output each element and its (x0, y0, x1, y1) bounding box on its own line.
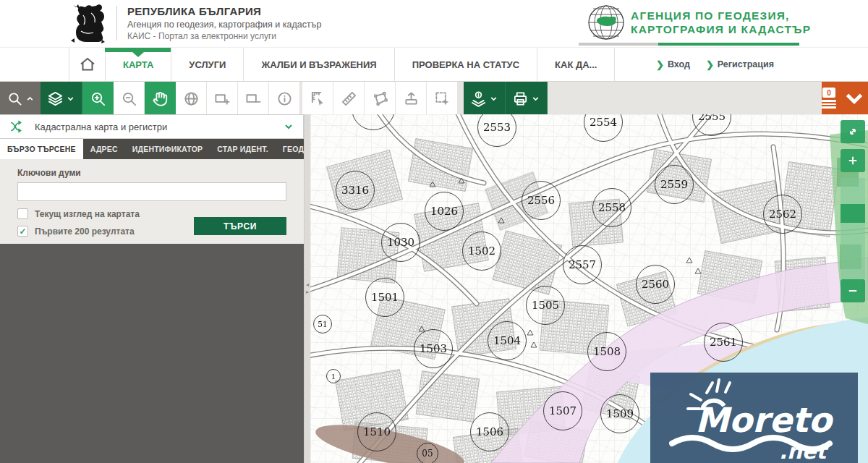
first-200-checkbox[interactable]: ✓ (17, 226, 28, 237)
toolbar-layers-button[interactable] (41, 82, 82, 115)
search-tab-2[interactable]: ИДЕНТИФИКАТОР (125, 139, 210, 159)
chevron-down-icon (283, 121, 294, 132)
map-toolbar: 0 (0, 81, 868, 114)
quarter-label-2560: 2560 (636, 265, 675, 304)
first-200-checkbox-row[interactable]: ✓ Първите 200 резултата (17, 226, 194, 237)
republic-title: РЕПУБЛИКА БЪЛГАРИЯ (127, 5, 321, 17)
diagonal-arrows-icon (846, 125, 859, 138)
search-tab-0[interactable]: БЪРЗО ТЪРСЕНЕ (0, 139, 83, 159)
first-200-label: Първите 200 резултата (35, 226, 135, 237)
nav-tab-karta[interactable]: КАРТА (105, 48, 171, 81)
plus-icon (846, 154, 859, 167)
toolbar-zoom-window-out-button[interactable] (238, 82, 269, 115)
header-divider (116, 6, 117, 41)
quarter-label-1505: 1505 (526, 286, 565, 325)
chevron-up-icon (25, 94, 35, 103)
coat-of-arms-lion-icon (69, 2, 108, 44)
layer-select-value: Кадастрална карта и регистри (35, 122, 283, 132)
search-tab-1[interactable]: АДРЕС (83, 139, 125, 159)
toolbar-pan-hand-button[interactable] (145, 82, 176, 115)
quarter-label-1507: 1507 (543, 391, 582, 430)
toolbar-measure-area-button[interactable] (365, 82, 396, 115)
zoom-out-button[interactable] (841, 279, 865, 302)
quick-search-form: Ключови думи Текущ изглед на картата ✓ П… (0, 159, 304, 244)
zoom-in-button[interactable] (841, 149, 865, 172)
search-button[interactable]: ТЪРСИ (194, 217, 286, 235)
toolbar-measure-distance-button[interactable] (333, 82, 365, 115)
print-icon (512, 90, 529, 107)
register-link[interactable]: ❯ Регистрация (706, 59, 774, 70)
quarter-label-1026: 1026 (425, 192, 464, 231)
register-label: Регистрация (718, 59, 774, 69)
search-panel: Кадастрална карта и регистри БЪРЗО ТЪРСЕ… (0, 114, 304, 463)
full-extent-button[interactable] (841, 120, 865, 143)
quarter-label-1502: 1502 (462, 232, 501, 271)
quarter-label-2559: 2559 (655, 165, 694, 204)
search-tab-3[interactable]: СТАР ИДЕНТ. (210, 139, 276, 159)
toolbar-zoom-in-button[interactable] (82, 82, 114, 115)
toolbar-search-button[interactable] (0, 82, 41, 115)
zoom-window-out-icon (245, 90, 262, 107)
svg-text:.net: .net (779, 439, 829, 463)
toolbar-measure-position-button[interactable] (302, 82, 333, 115)
measure-distance-icon (341, 90, 357, 107)
svg-text:Moreto: Moreto (695, 400, 835, 440)
current-view-checkbox[interactable] (17, 208, 28, 219)
toolbar-identify-layers-button[interactable] (464, 82, 506, 115)
toolbar-upload-button[interactable] (396, 82, 427, 115)
quarter-label-1504: 1504 (488, 321, 527, 360)
chevron-right-icon: ❯ (706, 59, 714, 70)
quarter-label-1503: 1503 (414, 329, 453, 368)
upload-icon (403, 90, 420, 107)
login-label: Вход (668, 59, 690, 69)
quarter-label-1509: 1509 (600, 394, 639, 433)
toolbar-globe-button[interactable] (176, 82, 207, 115)
moreto-logo: Moreto .net (650, 373, 858, 463)
globe-icon (183, 90, 200, 107)
info-icon (276, 90, 293, 107)
nav-tab-3[interactable]: ПРОВЕРКА НА СТАТУС (394, 48, 537, 81)
quarter-label-2558: 2558 (592, 188, 631, 227)
cadastre-route-icon (9, 119, 25, 135)
minus-icon (846, 284, 859, 297)
zoom-slider-handle[interactable] (841, 204, 865, 223)
nav-tab-4[interactable]: КАК ДА... (537, 48, 615, 81)
toolbar-zoom-out-button[interactable] (114, 82, 145, 115)
toolbar-info-button[interactable] (269, 82, 300, 115)
map-layer-select[interactable]: Кадастрална карта и регистри (0, 114, 304, 139)
quarter-label-2561: 2561 (704, 323, 743, 362)
results-area-empty (0, 244, 304, 463)
keywords-input[interactable] (17, 182, 286, 201)
quarter-label-1: 1 (326, 369, 341, 383)
orders-cart-button[interactable]: 0 (822, 82, 868, 114)
layers-icon (47, 90, 64, 107)
toolbar-zoom-window-in-button[interactable] (207, 82, 238, 115)
zoom-out-icon (121, 90, 137, 107)
nav-tab-2[interactable]: ЖАЛБИ И ВЪЗРАЖЕНИЯ (243, 48, 393, 81)
toolbar-select-button[interactable] (427, 82, 458, 115)
keywords-label: Ключови думи (17, 168, 286, 178)
zoom-slider-track[interactable] (841, 178, 865, 279)
panel-splitter-handle[interactable]: ◂▸ (304, 114, 310, 463)
chevron-down-icon (489, 94, 498, 103)
home-button[interactable] (69, 48, 105, 81)
kais-portal: РЕПУБЛИКА БЪЛГАРИЯ Агенция по геодезия, … (0, 0, 868, 463)
cart-icon: 0 (822, 88, 836, 109)
identify-layers-icon (470, 90, 487, 107)
cart-count-badge: 0 (822, 88, 835, 98)
agency-logo: АГЕНЦИЯ ПО ГЕОДЕЗИЯ, КАРТОГРАФИЯ И КАДАС… (587, 4, 811, 41)
home-icon (79, 56, 96, 73)
nav-tab-1[interactable]: УСЛУГИ (171, 48, 243, 81)
current-view-checkbox-row[interactable]: Текущ изглед на картата (17, 208, 194, 219)
pan-hand-icon (152, 90, 169, 107)
measure-area-icon (372, 90, 388, 107)
state-branding: РЕПУБЛИКА БЪЛГАРИЯ Агенция по геодезия, … (69, 2, 321, 44)
moreto-watermark: Moreto .net (650, 373, 858, 463)
quarter-label-05: 05 (417, 443, 438, 463)
quarter-label-1508: 1508 (587, 332, 626, 371)
measure-position-icon (310, 90, 326, 107)
toolbar-print-button[interactable] (506, 82, 548, 115)
login-link[interactable]: ❯ Вход (656, 59, 690, 70)
map-viewport[interactable]: 2553255425553316102625562559255825621030… (310, 114, 868, 463)
quarter-label-1501: 1501 (365, 278, 404, 317)
